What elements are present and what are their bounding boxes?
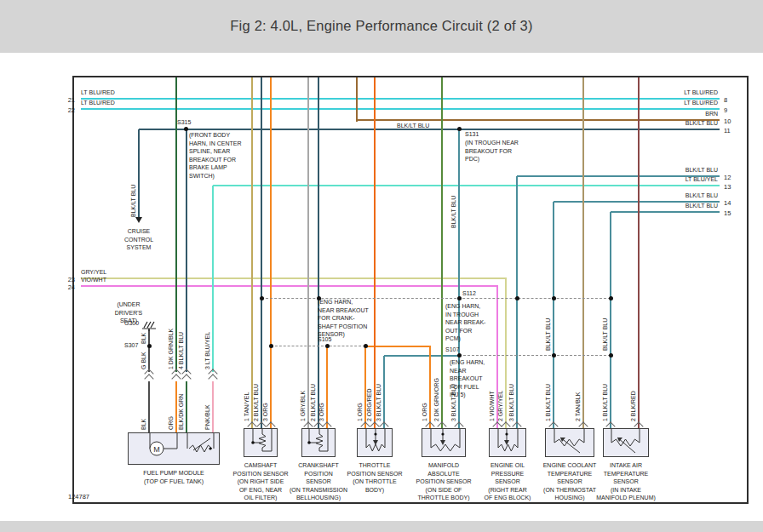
splice-dot [364, 344, 368, 348]
splice-id: S307 [124, 341, 138, 350]
svg-text:M: M [153, 445, 160, 454]
wire-label: LT BLU/RED [554, 89, 718, 97]
splice-id: S112 [462, 289, 476, 298]
wire-label: BLK/LT BLU [554, 166, 718, 174]
wire-segment [553, 202, 554, 429]
wire-segment [429, 346, 431, 429]
sensor-symbol [546, 429, 595, 456]
wire-segment [318, 77, 319, 429]
wire-segment [81, 285, 498, 287]
sensor-symbol [358, 429, 393, 456]
wire-segment [516, 176, 518, 429]
wire-label: 3 BLK/LT BLU [508, 384, 515, 421]
wire-number: 11 [724, 127, 731, 135]
component-box: M [128, 432, 220, 465]
wire-label: 1 DK GRN/BLK [167, 329, 175, 369]
wire-segment [81, 277, 507, 279]
wire-segment [384, 355, 460, 357]
wire-label: 2 BLK/LT BLU [252, 384, 260, 421]
splice-link [261, 298, 611, 299]
wire-segment [251, 77, 253, 429]
wire-label: VIO/WHT [81, 276, 106, 284]
wire-label: BLK/LT BLU [544, 318, 552, 351]
sensor-symbol [302, 429, 336, 456]
splice-dot [552, 353, 556, 358]
wire-segment [261, 77, 262, 429]
wire-label: LT BLU/RED [554, 99, 718, 107]
wire-label: LT BLU/YEL [554, 175, 718, 184]
wire-segment [441, 77, 443, 429]
wire-number: 15 [724, 209, 731, 218]
wire-label: 1 ORG [356, 403, 364, 421]
wire-label: BLK [140, 333, 147, 344]
wire-segment [138, 129, 140, 218]
component-box [301, 428, 336, 457]
wire-label: 2 DK GRN/ORG [433, 378, 440, 421]
sensor-symbol [490, 429, 527, 456]
component-box [603, 428, 649, 457]
wire-segment [582, 77, 584, 429]
figure-id: 124787 [68, 493, 89, 501]
wire-label: BLK/LT BLU [601, 318, 609, 351]
wire-segment [611, 211, 720, 213]
sensor-symbol [244, 429, 278, 456]
splice-dot [325, 344, 330, 348]
wire-label: BRN [554, 110, 718, 118]
wire-segment [326, 346, 328, 429]
splice-dot [609, 296, 613, 300]
wire-label: 2 ORG/RED [365, 388, 373, 421]
wire-label: LT BLU/RED [81, 89, 115, 97]
splice-note: (IN TROUGH NEAR BREAKOUT FOR PDC) [465, 139, 519, 163]
wire-label: BLK/DK GRN [177, 394, 185, 430]
component-box [545, 428, 594, 457]
splice-id: S107 [445, 346, 459, 354]
wire-segment [186, 129, 187, 372]
wire-segment [610, 212, 611, 429]
wire-number: 21 [60, 96, 75, 105]
component-box [489, 428, 526, 457]
wire-segment [383, 356, 385, 429]
wire-number: 13 [724, 183, 731, 192]
wire-label: BLK/LT BLU [450, 196, 457, 228]
footer-band [0, 521, 763, 532]
splice-note: (ENG HARN, IN TROUGH NEAR BREAK- OUT FOR… [445, 302, 485, 343]
wire-label: 2 BLK/RED [629, 391, 637, 421]
sensor-symbol [604, 429, 650, 456]
wire-segment [270, 77, 272, 429]
splice-id: S105 [318, 335, 331, 344]
splice-dot [184, 127, 188, 131]
component-box [422, 428, 466, 457]
wire-segment [356, 77, 358, 122]
cruise-control-destination: CRUISE CONTROL SYSTEM [109, 227, 169, 252]
wire-number: 9 [724, 106, 727, 115]
wire-label: 1 GRY/BLK [299, 391, 307, 421]
component-label: INTAKE AIR TEMPERATURE SENSOR (IN INTAKE… [585, 461, 667, 502]
wire-label: BLK/LT BLU [554, 119, 718, 128]
splice-id: S131 [465, 130, 479, 139]
splice-dot [147, 344, 152, 348]
splice-dot [457, 127, 462, 131]
wire-segment [307, 77, 309, 429]
arrow-down-icon [135, 217, 142, 223]
wire-number: 14 [724, 199, 731, 208]
wire-label: 2 GRY/YEL [496, 391, 504, 421]
wire-segment [186, 381, 187, 433]
wire-label: BLK/LT BLU [554, 202, 718, 210]
wire-label: 3 ORG [261, 403, 269, 421]
component-box [357, 428, 393, 457]
wire-label: 1 TAN/YEL [243, 392, 250, 421]
wire-label: ORG [167, 416, 175, 430]
wire-label: 3 ORG [318, 403, 325, 421]
wire-segment [505, 278, 507, 429]
splice-dot [609, 353, 613, 358]
splice-note: (ENG HARN, NEAR BREAKOUT FOR FUEL INJ 5) [450, 358, 485, 399]
wire-segment [213, 185, 720, 186]
wire-label: BLK [140, 419, 147, 430]
splice-note: (ENG HARN, NEAR BREAKOUT FOR CRANK- SHAF… [318, 298, 369, 339]
splice-id: S315 [177, 118, 191, 127]
ground-note: (UNDER DRIVER'S SEAT) [104, 300, 153, 325]
wire-number: 8 [724, 96, 727, 105]
wire-segment [212, 186, 214, 372]
splice-dot [515, 296, 519, 300]
splice-link [271, 346, 365, 346]
